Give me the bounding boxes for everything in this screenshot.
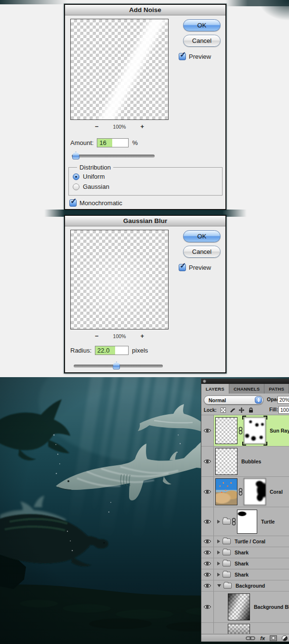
adjustment-layer-button[interactable]	[282, 635, 288, 641]
visibility-cell[interactable]	[201, 536, 214, 547]
visibility-cell[interactable]	[201, 558, 214, 569]
visibility-cell[interactable]	[201, 623, 214, 633]
layer-name[interactable]: Shark	[235, 561, 249, 566]
cancel-button[interactable]: Cancel	[183, 35, 221, 47]
zoom-in-button[interactable]: +	[138, 123, 146, 130]
zoom-out-button[interactable]: −	[93, 332, 101, 340]
noise-preview-area[interactable]	[70, 19, 169, 120]
collapse-arrow-icon[interactable]	[217, 562, 220, 565]
layer-name[interactable]: Turtle / Coral	[235, 539, 265, 544]
layer-name[interactable]: Sun Rays	[270, 428, 289, 434]
amount-input[interactable]: 16	[97, 138, 129, 147]
gaussian-radio-row[interactable]: Gaussian	[73, 182, 218, 192]
layer-row-background-group[interactable]: Background	[201, 580, 289, 591]
radius-input[interactable]: 22.0	[95, 346, 129, 355]
link-layers-icon[interactable]	[246, 634, 255, 643]
slider-track[interactable]	[72, 155, 155, 158]
preview-checkbox[interactable]: ✓ Preview	[179, 264, 211, 271]
eye-icon[interactable]	[203, 489, 211, 495]
blur-preview-area[interactable]	[70, 230, 169, 329]
lock-all-icon[interactable]	[248, 407, 254, 414]
link-icon[interactable]	[238, 488, 243, 496]
visibility-cell[interactable]	[201, 477, 214, 507]
layer-row-background-black[interactable]: Background Black	[201, 591, 289, 623]
blend-mode-dropdown[interactable]: Normal	[204, 395, 263, 405]
visibility-cell[interactable]	[201, 547, 214, 558]
slider-thumb[interactable]	[113, 362, 120, 369]
layer-name[interactable]: Coral	[270, 489, 283, 495]
radius-slider[interactable]	[74, 362, 163, 370]
layer-row-partial[interactable]	[201, 623, 289, 633]
layer-name[interactable]: Shark	[235, 550, 249, 555]
layer-row-shark-2[interactable]: Shark	[201, 558, 289, 569]
eye-icon[interactable]	[203, 428, 211, 434]
visibility-cell[interactable]	[201, 591, 214, 622]
stepper-icon[interactable]	[255, 396, 262, 404]
layer-row-turtle[interactable]: Turtle	[201, 507, 289, 536]
layer-name[interactable]: Turtle	[261, 519, 275, 525]
eye-icon[interactable]	[203, 550, 211, 555]
link-icon[interactable]	[238, 427, 243, 434]
layer-thumbnail[interactable]	[228, 593, 250, 620]
radio-selected-icon[interactable]	[73, 173, 79, 180]
layer-name[interactable]: Background Black	[254, 604, 289, 610]
lock-pixels-icon[interactable]	[229, 407, 236, 414]
zoom-in-button[interactable]: +	[138, 332, 146, 340]
layer-row-coral[interactable]: Coral	[201, 477, 289, 507]
tab-paths[interactable]: PATHS	[264, 384, 289, 394]
checkbox-checked-icon[interactable]: ✓	[179, 264, 186, 271]
visibility-cell[interactable]	[201, 447, 214, 476]
eye-icon[interactable]	[203, 519, 211, 525]
uniform-radio-row[interactable]: Uniform	[73, 171, 218, 182]
layer-mask-thumbnail[interactable]	[244, 417, 266, 444]
checkbox-checked-icon[interactable]: ✓	[179, 53, 186, 60]
fill-input[interactable]: 100	[278, 406, 289, 414]
layer-row-sun-rays[interactable]: Sun Rays	[201, 415, 289, 447]
layer-name[interactable]: Background	[236, 583, 265, 589]
ok-button[interactable]: OK	[183, 19, 221, 31]
group-mask-thumbnail[interactable]	[237, 510, 257, 534]
layer-thumbnail[interactable]	[215, 448, 237, 475]
layer-thumbnail[interactable]	[215, 478, 237, 505]
layer-row-shark-1[interactable]: Shark	[201, 547, 289, 558]
layer-name[interactable]: Shark	[235, 572, 249, 578]
panel-titlebar[interactable]	[201, 379, 289, 384]
eye-icon[interactable]	[203, 583, 211, 589]
expand-arrow-icon[interactable]	[217, 584, 221, 587]
panel-close-icon[interactable]	[203, 380, 206, 383]
layer-row-turtle-coral[interactable]: Turtle / Coral	[201, 536, 289, 547]
lock-position-icon[interactable]	[238, 407, 245, 414]
tab-layers[interactable]: LAYERS	[201, 384, 229, 394]
eye-icon[interactable]	[203, 539, 211, 544]
add-mask-icon[interactable]	[270, 635, 277, 641]
collapse-arrow-icon[interactable]	[217, 539, 220, 543]
lock-transparency-icon[interactable]	[220, 407, 227, 414]
layer-row-shark-3[interactable]: Shark	[201, 569, 289, 580]
checkbox-checked-icon[interactable]: ✓	[69, 199, 77, 207]
monochromatic-checkbox[interactable]: ✓ Monochromatic	[69, 199, 122, 207]
visibility-cell[interactable]	[201, 580, 214, 591]
visibility-cell[interactable]	[201, 507, 214, 536]
layer-thumbnail[interactable]	[215, 417, 237, 444]
visibility-cell[interactable]	[201, 415, 214, 446]
eye-icon[interactable]	[203, 561, 211, 566]
collapse-arrow-icon[interactable]	[217, 551, 220, 554]
zoom-out-button[interactable]: −	[93, 123, 101, 130]
layer-row-bubbles[interactable]: Bubbles	[201, 447, 289, 477]
collapse-arrow-icon[interactable]	[217, 520, 220, 524]
radio-unselected-icon[interactable]	[73, 184, 79, 190]
layer-thumbnail[interactable]	[228, 624, 250, 634]
layer-name[interactable]: Bubbles	[241, 459, 261, 464]
layer-style-button[interactable]: fx	[260, 635, 265, 641]
link-icon[interactable]	[232, 518, 236, 526]
tab-channels[interactable]: CHANNELS	[229, 384, 264, 394]
collapse-arrow-icon[interactable]	[217, 573, 220, 577]
preview-checkbox[interactable]: ✓ Preview	[179, 53, 211, 60]
gaussian-blur-titlebar[interactable]: Gaussian Blur	[65, 216, 225, 226]
visibility-cell[interactable]	[201, 569, 214, 580]
eye-icon[interactable]	[203, 604, 211, 610]
add-noise-titlebar[interactable]: Add Noise	[65, 5, 225, 15]
eye-icon[interactable]	[203, 572, 211, 578]
amount-slider[interactable]	[72, 152, 155, 160]
layer-mask-thumbnail[interactable]	[244, 478, 266, 505]
